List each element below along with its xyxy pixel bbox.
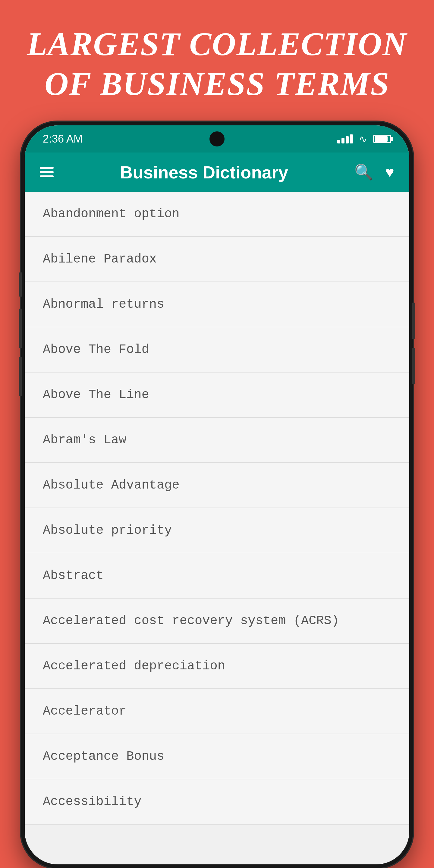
menu-button[interactable] (40, 167, 54, 177)
vol-left-1[interactable] (19, 309, 22, 348)
list-item[interactable]: Above The Fold (25, 327, 409, 373)
list-item[interactable]: Absolute priority (25, 508, 409, 553)
list-item[interactable]: Abnormal returns (25, 282, 409, 327)
volume-down-button[interactable] (412, 348, 415, 384)
list-item[interactable]: Accelerated cost recovery system (ACRS) (25, 598, 409, 644)
phone-screen: 2:36 AM ∿ (25, 125, 409, 864)
list-item[interactable]: Abilene Paradox (25, 237, 409, 282)
volume-up-button[interactable] (412, 303, 415, 339)
list-item-text: Accelerated depreciation (43, 659, 225, 673)
list-item-text: Abandonment option (43, 207, 180, 221)
list-item[interactable]: Absolute Advantage (25, 463, 409, 508)
status-time: 2:36 AM (43, 133, 83, 145)
status-bar: 2:36 AM ∿ (25, 125, 409, 153)
list-item-text: Absolute Advantage (43, 478, 180, 493)
list-item[interactable]: Acceptance Bonus (25, 734, 409, 779)
wifi-icon: ∿ (359, 133, 367, 145)
list-item-text: Above The Line (43, 388, 149, 402)
dictionary-list: Abandonment optionAbilene ParadoxAbnorma… (25, 192, 409, 825)
list-item[interactable]: Accessibility (25, 779, 409, 825)
list-item-text: Abilene Paradox (43, 252, 157, 267)
list-item[interactable]: Accelerator (25, 689, 409, 734)
list-item[interactable]: Abandonment option (25, 192, 409, 237)
app-bar-icons: 🔍 ♥ (354, 163, 394, 181)
list-item[interactable]: Accelerated depreciation (25, 644, 409, 689)
app-bar: Business Dictionary 🔍 ♥ (25, 153, 409, 192)
favorites-button[interactable]: ♥ (385, 163, 394, 181)
camera-notch (210, 131, 224, 147)
header-title: LARGEST COLLECTION OF BUSINESS TERMS (27, 24, 407, 104)
battery-icon (373, 135, 391, 143)
list-item-text: Accelerated cost recovery system (ACRS) (43, 614, 339, 628)
list-item-text: Abram's Law (43, 433, 126, 447)
header-line1: LARGEST COLLECTION (27, 24, 407, 64)
list-item-text: Abstract (43, 568, 104, 583)
list-item-text: Abnormal returns (43, 297, 164, 312)
list-item-text: Acceptance Bonus (43, 749, 164, 764)
list-item-text: Accelerator (43, 704, 126, 718)
header-line2: OF BUSINESS TERMS (27, 64, 407, 104)
list-item-text: Absolute priority (43, 523, 172, 538)
list-item-text: Accessibility (43, 795, 142, 809)
list-item[interactable]: Abstract (25, 553, 409, 598)
power-button[interactable] (19, 273, 22, 297)
status-icons: ∿ (337, 133, 391, 145)
list-item[interactable]: Above The Line (25, 373, 409, 418)
list-item-text: Above The Fold (43, 342, 149, 357)
list-item[interactable]: Abram's Law (25, 418, 409, 463)
vol-left-2[interactable] (19, 357, 22, 396)
phone-frame: 2:36 AM ∿ (21, 122, 413, 868)
search-button[interactable]: 🔍 (354, 163, 373, 181)
app-title: Business Dictionary (66, 162, 342, 182)
signal-icon (337, 134, 353, 144)
